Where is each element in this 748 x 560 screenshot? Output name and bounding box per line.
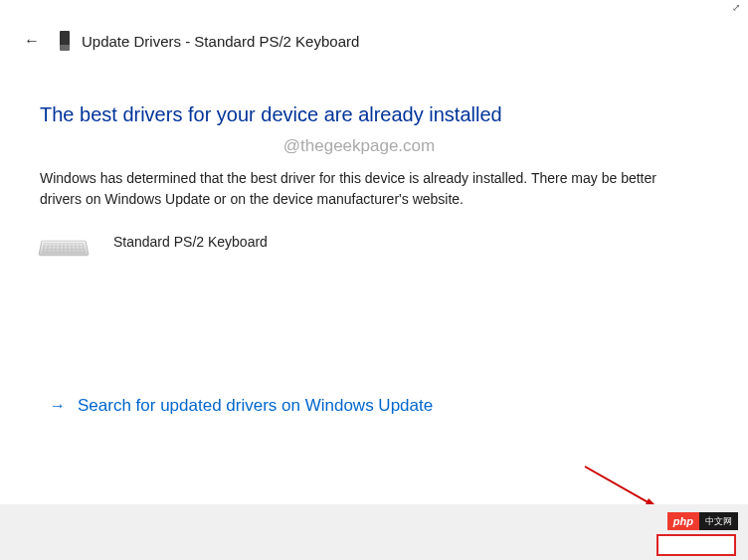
link-text: Search for updated drivers on Windows Up…	[78, 396, 433, 416]
search-windows-update-link[interactable]: → Search for updated drivers on Windows …	[50, 396, 433, 416]
back-arrow-icon[interactable]: ←	[20, 28, 44, 54]
badge-right: 中文网	[699, 512, 738, 530]
watermark-text: @thegeekpage.com	[10, 136, 708, 156]
content-area: The best drivers for your device are alr…	[0, 64, 748, 254]
php-badge: php 中文网	[667, 512, 738, 530]
close-button[interactable]	[656, 534, 736, 556]
badge-left: php	[667, 512, 699, 530]
arrow-right-icon: →	[50, 397, 66, 415]
device-row: Standard PS/2 Keyboard	[40, 234, 708, 254]
footer-bar: php 中文网	[0, 504, 748, 560]
device-name-label: Standard PS/2 Keyboard	[113, 234, 268, 250]
device-icon	[60, 31, 70, 51]
description-text: Windows has determined that the best dri…	[40, 168, 676, 210]
page-heading: The best drivers for your device are alr…	[40, 103, 708, 126]
header-bar: ← Update Drivers - Standard PS/2 Keyboar…	[0, 0, 748, 64]
window-title: Update Drivers - Standard PS/2 Keyboard	[82, 33, 359, 50]
svg-line-0	[585, 467, 658, 508]
window-control-hint: ⤢	[732, 2, 740, 13]
keyboard-icon	[38, 241, 89, 256]
